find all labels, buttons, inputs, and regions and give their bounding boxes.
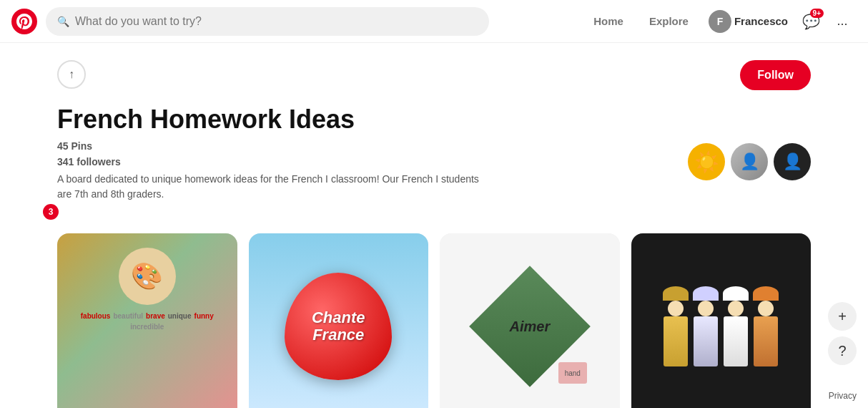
carnaval-figures [663, 286, 779, 366]
board-header: ↑ Follow French Homework Ideas 45 Pins 3… [57, 43, 811, 222]
main-content: ↑ Follow French Homework Ideas 45 Pins 3… [0, 43, 868, 408]
pin-card[interactable]: Aimer hand 1 A Aimer: A French love stor… [440, 233, 620, 408]
follower-avatar-1: ☀️ [688, 143, 725, 180]
pin-image: Aimer hand [440, 233, 620, 408]
chante-text: Chante France [312, 309, 365, 344]
pin-card[interactable]: 🎨 fabulous beautiful brave unique funny … [57, 233, 237, 408]
search-icon: 🔍 [57, 16, 69, 27]
follow-button[interactable]: Follow [740, 60, 811, 90]
sidebar-right: + ? [828, 302, 857, 365]
pin-thumbnail-1: 🎨 fabulous beautiful brave unique funny … [57, 233, 237, 408]
pins-label: Pins [71, 140, 92, 152]
follower-avatar-3: 👤 [774, 143, 811, 180]
search-input[interactable] [75, 15, 478, 28]
pin-thumbnail-3: Aimer hand [440, 233, 620, 408]
pin-image: Chante France [249, 233, 429, 408]
share-button[interactable]: ↑ [57, 60, 86, 89]
chante-heart: Chante France [285, 273, 392, 380]
add-button[interactable]: + [828, 302, 857, 331]
board-actions: ↑ Follow [57, 60, 811, 90]
followers-avatars: ☀️ 👤 👤 [688, 143, 811, 180]
help-button[interactable]: ? [828, 336, 857, 365]
header: 🔍 Home Explore F Francesco 💬 9+ ... [0, 0, 868, 43]
pin-thumbnail-4 [631, 233, 812, 408]
messages-badge: 9+ [810, 9, 824, 18]
pins-count: 45 [57, 140, 69, 152]
pinterest-logo[interactable] [11, 9, 37, 34]
nav-home[interactable]: Home [582, 9, 635, 33]
aimer-text: Aimer [509, 318, 550, 334]
board-description: A board dedicated to unique homework ide… [57, 172, 486, 202]
pin-card[interactable]: Tableaux sonores du Carnaval de Binche (… [631, 233, 812, 408]
follower-avatar-2: 👤 [731, 143, 768, 180]
privacy-label[interactable]: Privacy [823, 389, 862, 402]
pin-image: 🎨 fabulous beautiful brave unique funny … [57, 233, 237, 408]
followers-label: followers [77, 156, 120, 167]
pin-card[interactable]: Chante France Chante France-Streaming so… [249, 233, 429, 408]
followers-count: 341 [57, 156, 74, 167]
search-bar[interactable]: 🔍 [46, 7, 489, 36]
more-button[interactable]: ... [828, 7, 857, 36]
avatar: F [709, 10, 731, 33]
user-area[interactable]: F Francesco [703, 7, 794, 36]
messages-button[interactable]: 💬 9+ [797, 7, 825, 36]
pin-thumbnail-2: Chante France [249, 233, 429, 408]
board-title: French Homework Ideas [57, 105, 811, 135]
user-name: Francesco [734, 15, 788, 27]
pins-grid: 🎨 fabulous beautiful brave unique funny … [57, 233, 811, 408]
scroll-badge: 3 [43, 204, 59, 220]
pin-image [631, 233, 812, 408]
nav-explore[interactable]: Explore [638, 9, 700, 33]
nav: Home Explore F Francesco 💬 9+ ... [582, 7, 857, 36]
